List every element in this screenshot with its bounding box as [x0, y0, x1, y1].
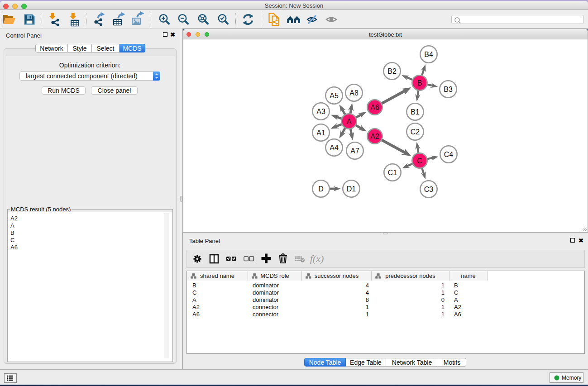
svg-text:A3: A3 — [316, 108, 325, 115]
svg-text:A5: A5 — [330, 92, 339, 100]
svg-text:A2: A2 — [370, 133, 379, 140]
svg-text:A8: A8 — [349, 89, 359, 97]
svg-text:C4: C4 — [444, 151, 454, 158]
svg-text:D1: D1 — [347, 185, 356, 193]
svg-text:C1: C1 — [388, 169, 397, 176]
svg-text:B3: B3 — [444, 86, 453, 93]
svg-text:f(x): f(x) — [310, 253, 324, 264]
svg-text:A7: A7 — [350, 147, 359, 155]
svg-text:D: D — [318, 185, 324, 193]
svg-text:A6: A6 — [370, 104, 379, 111]
svg-text:C3: C3 — [424, 186, 434, 193]
svg-text:C: C — [417, 157, 422, 165]
svg-text:B1: B1 — [411, 108, 420, 116]
svg-text:A1: A1 — [316, 129, 325, 137]
svg-text:B4: B4 — [424, 51, 433, 58]
svg-text:B: B — [417, 79, 422, 87]
svg-text:C2: C2 — [411, 128, 420, 136]
svg-text:A4: A4 — [330, 144, 339, 152]
svg-text:B2: B2 — [387, 67, 397, 75]
svg-text:A: A — [347, 118, 352, 125]
